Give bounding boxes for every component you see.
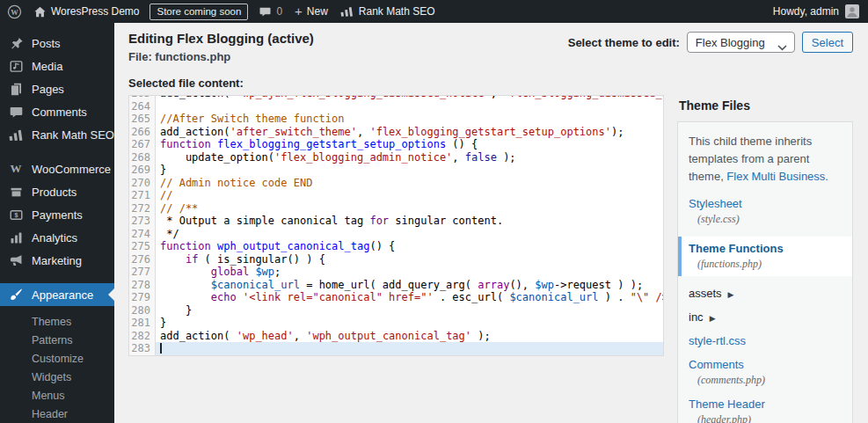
code-line[interactable]: 269} <box>129 164 663 177</box>
sidebar-item-posts[interactable]: Posts <box>0 32 114 55</box>
sidebar-item-label: Media <box>32 60 62 73</box>
submenu-item-customize[interactable]: Customize <box>0 349 114 368</box>
sidebar-item-label: Rank Math SEO <box>32 128 114 142</box>
code-line[interactable]: 283 <box>129 342 663 355</box>
code-line[interactable]: 282add_action( 'wp_head', 'wph_output_ca… <box>129 330 663 343</box>
sidebar-item-label: Pages <box>32 83 64 96</box>
code-line[interactable]: 265//After Switch theme function <box>129 113 663 126</box>
new-menu-item[interactable]: + New <box>288 0 334 23</box>
theme-file-filename: (comments.php) <box>678 374 852 387</box>
theme-select[interactable]: Flex Blogging <box>687 32 795 53</box>
appearance-icon <box>8 287 24 303</box>
code-line[interactable]: 274 */ <box>129 228 663 241</box>
home-icon <box>33 5 47 18</box>
sidebar-item-pages[interactable]: Pages <box>0 77 114 100</box>
new-label: New <box>307 5 328 18</box>
code-text: $canonical_url = home_url( add_query_arg… <box>156 279 663 292</box>
code-text <box>156 342 663 355</box>
sidebar-item-label: WooCommerce <box>32 163 111 176</box>
theme-file-label: Theme Header <box>689 397 765 411</box>
sidebar-item-payments[interactable]: $Payments <box>0 203 114 226</box>
code-text: // Admin notice code END <box>156 177 663 190</box>
submenu-item-header[interactable]: Header <box>0 405 114 423</box>
submenu-item-widgets[interactable]: Widgets <box>0 368 114 386</box>
child-theme-note: This child theme inherits templates from… <box>678 133 852 186</box>
rank-math-icon <box>340 5 354 18</box>
code-text: * Output a simple canonical tag for sing… <box>156 215 663 228</box>
sidebar-item-label: Products <box>32 186 77 199</box>
code-text: function wph_output_canonical_tag() { <box>156 240 663 253</box>
code-line[interactable]: 267function flex_blogging_getstart_setup… <box>129 138 663 151</box>
store-coming-soon-badge[interactable]: Store coming soon <box>150 4 248 20</box>
selected-file-content-label: Selected file content: <box>128 77 853 90</box>
sidebar-item-label: Marketing <box>32 254 82 267</box>
line-number: 266 <box>129 126 156 139</box>
code-line[interactable]: 266add_action('after_switch_theme', 'fle… <box>129 126 663 139</box>
wordpress-logo-icon[interactable]: W <box>0 0 27 23</box>
sidebar-item-marketing[interactable]: Marketing <box>0 249 114 272</box>
theme-file-stylesheet[interactable]: Stylesheet(style.css) <box>678 197 852 226</box>
code-line[interactable]: 275function wph_output_canonical_tag() { <box>129 240 663 253</box>
sidebar-item-media[interactable]: Media <box>0 55 114 77</box>
line-number: 278 <box>129 279 156 292</box>
theme-file-label: Theme Functions <box>689 242 784 255</box>
sidebar-item-appearance[interactable]: Appearance <box>0 283 114 306</box>
submenu-item-menus[interactable]: Menus <box>0 386 114 405</box>
line-number: 274 <box>129 228 156 241</box>
theme-file-theme-functions[interactable]: Theme Functions(functions.php) <box>678 237 852 276</box>
theme-file-theme-header[interactable]: Theme Header(header.php) <box>678 397 852 423</box>
svg-text:W: W <box>11 7 18 16</box>
code-editor[interactable]: 263add_action( 'wp_ajax_flex_blogging_di… <box>128 95 664 356</box>
code-line[interactable]: 268 update_option('flex_blogging_admin_n… <box>129 151 663 164</box>
sidebar-item-label: Analytics <box>32 231 77 244</box>
chevron-down-icon <box>777 40 787 54</box>
code-line[interactable]: 271// <box>129 189 663 202</box>
woocommerce-icon: W <box>8 161 24 177</box>
sidebar-item-label: Payments <box>32 208 83 222</box>
theme-file-filename: (header.php) <box>678 413 852 423</box>
line-number: 282 <box>129 330 156 343</box>
theme-file-style-rtl-css[interactable]: style-rtl.css <box>678 334 852 347</box>
submenu-item-patterns[interactable]: Patterns <box>0 331 114 349</box>
code-line[interactable]: 279 echo '<link rel="canonical" href="' … <box>129 291 663 304</box>
line-number: 283 <box>129 342 156 355</box>
code-text: // /** <box>156 202 663 215</box>
account-menu-item[interactable]: Howdy, admin <box>773 4 868 18</box>
line-number: 269 <box>129 164 156 177</box>
theme-file-filename: (style.css) <box>678 213 852 226</box>
theme-file-assets[interactable]: assets▶ <box>678 287 852 300</box>
theme-file-comments[interactable]: Comments(comments.php) <box>678 358 852 387</box>
folder-expand-icon[interactable]: ▶ <box>710 314 716 323</box>
code-text: */ <box>156 228 663 241</box>
content-area: Editing Flex Blogging (active) File: fun… <box>114 23 868 423</box>
code-line[interactable]: 276 if ( is_singular() ) { <box>129 253 663 266</box>
code-line[interactable]: 264 <box>129 100 663 113</box>
code-text: } <box>156 317 663 330</box>
sidebar-item-products[interactable]: Products <box>0 180 114 203</box>
folder-expand-icon[interactable]: ▶ <box>728 290 734 299</box>
code-line[interactable]: 270// Admin notice code END <box>129 177 663 190</box>
rank-math-menu-item[interactable]: Rank Math SEO <box>334 0 441 23</box>
sidebar-item-comments[interactable]: Comments <box>0 100 114 123</box>
comments-menu-item[interactable]: 0 <box>252 0 288 23</box>
parent-theme-link[interactable]: Flex Multi Business <box>726 170 825 183</box>
sidebar-item-label: Comments <box>32 106 87 119</box>
code-text: function flex_blogging_getstart_setup_op… <box>156 138 663 151</box>
plus-icon: + <box>295 6 303 17</box>
theme-file-inc[interactable]: inc▶ <box>678 310 852 324</box>
code-line[interactable]: 278 $canonical_url = home_url( add_query… <box>129 279 663 292</box>
theme-file-label: inc <box>689 310 704 324</box>
code-line[interactable]: 272// /** <box>129 202 663 215</box>
sidebar-item-rank-math-seo[interactable]: Rank Math SEO <box>0 123 114 146</box>
sidebar-item-woocommerce[interactable]: WWooCommerce <box>0 157 114 180</box>
sidebar-item-analytics[interactable]: Analytics <box>0 226 114 249</box>
payments-icon: $ <box>8 207 24 222</box>
marketing-icon <box>8 252 24 268</box>
code-line[interactable]: 273 * Output a simple canonical tag for … <box>129 215 663 228</box>
select-theme-button[interactable]: Select <box>802 32 853 53</box>
code-line[interactable]: 280 } <box>129 304 663 317</box>
code-line[interactable]: 277 global $wp; <box>129 266 663 279</box>
submenu-item-themes[interactable]: Themes <box>0 312 114 331</box>
site-menu-item[interactable]: WoresPress Demo <box>27 0 145 23</box>
code-line[interactable]: 281} <box>129 317 663 330</box>
